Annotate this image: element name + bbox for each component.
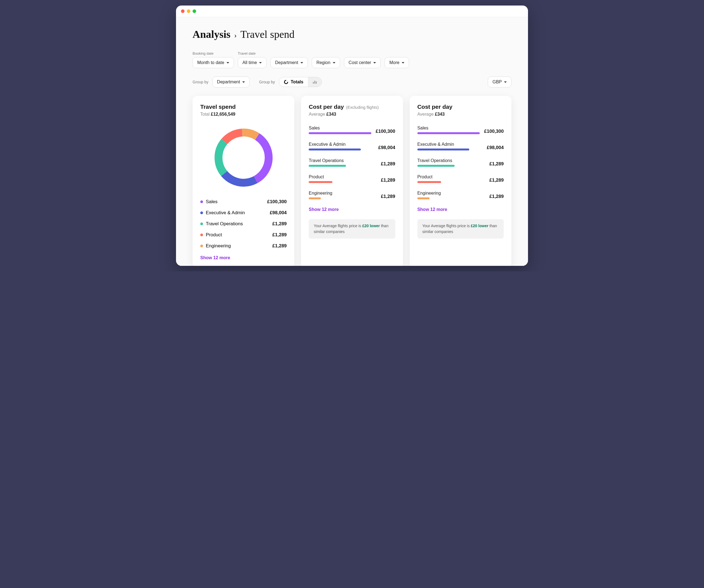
breadcrumb-leaf: Travel spend	[241, 29, 295, 40]
group-by-select[interactable]: Department	[213, 76, 250, 88]
view-totals-label: Totals	[291, 79, 303, 85]
bar-fill	[417, 132, 480, 134]
info-highlight: £20 lower	[362, 224, 380, 228]
cost-center-filter[interactable]: Cost center	[344, 57, 381, 68]
chevron-down-icon	[242, 82, 245, 83]
bar-value: £100,300	[376, 129, 395, 134]
chevron-down-icon	[504, 82, 507, 83]
titlebar	[176, 5, 528, 17]
card-cpd-ex-flights: Cost per day (Excluding flights) Average…	[301, 96, 403, 266]
bar-label: Product	[309, 174, 376, 179]
bar-chart-icon	[312, 79, 317, 85]
benchmark-info: Your Average flights price is £20 lower …	[417, 219, 504, 238]
donut-segment	[219, 132, 269, 183]
bar-label: Executive & Admin	[309, 142, 374, 147]
bar-value: £1,289	[489, 194, 504, 199]
minimize-icon[interactable]	[187, 9, 190, 13]
legend-dot-icon	[200, 201, 203, 203]
card-subtitle: Average £343	[417, 112, 504, 117]
bar-value: £1,289	[489, 177, 504, 183]
app-window: Analysis › Travel spend Booking date Mon…	[176, 5, 528, 266]
card-subtitle: Total £12,656,549	[200, 112, 287, 117]
bars: Sales£100,300Executive & Admin£98,004Tra…	[417, 122, 504, 203]
bar-fill	[309, 197, 321, 199]
legend-value: £98,004	[270, 210, 287, 216]
bar-value: £100,300	[484, 129, 504, 134]
legend-dot-icon	[200, 211, 203, 214]
donut-icon	[284, 79, 289, 85]
view-totals-button[interactable]: Totals	[279, 77, 308, 87]
title-subtext: (Excluding flights)	[346, 105, 379, 110]
breadcrumb-sep-icon: ›	[233, 31, 238, 40]
chevron-down-icon	[373, 62, 376, 63]
controls-row: Group by Department Group by Totals	[192, 76, 512, 88]
avg-value: £343	[435, 112, 445, 116]
donut-svg	[211, 124, 277, 191]
bar-label: Engineering	[309, 191, 376, 196]
card-cpd: Cost per day Average £343 Sales£100,300E…	[410, 96, 512, 266]
filter-travel-date: Travel date All time	[238, 51, 267, 68]
breadcrumb-root[interactable]: Analysis	[192, 29, 230, 40]
legend-label: Product	[206, 232, 222, 238]
region-filter[interactable]: Region	[312, 57, 340, 68]
filter-value: Region	[316, 60, 331, 65]
bar-label: Sales	[417, 125, 480, 130]
legend-row: Executive & Admin£98,004	[200, 207, 287, 218]
bar-fill	[309, 149, 361, 151]
svg-rect-2	[314, 81, 315, 84]
close-icon[interactable]	[181, 9, 185, 13]
legend-value: £1,289	[272, 221, 287, 227]
view-label: Group by	[259, 80, 275, 84]
show-more-link[interactable]: Show 12 more	[309, 207, 339, 212]
legend-row: Product£1,289	[200, 229, 287, 240]
chevron-down-icon	[402, 62, 404, 63]
travel-date-select[interactable]: All time	[238, 57, 267, 68]
bar-fill	[417, 181, 441, 183]
bar-row: Sales£100,300	[309, 122, 395, 138]
bar-label: Travel Operations	[309, 158, 376, 163]
legend-dot-icon	[200, 222, 203, 225]
department-filter[interactable]: Department	[270, 57, 308, 68]
bar-label: Engineering	[417, 191, 485, 196]
avg-label: Average	[309, 112, 325, 116]
legend-label: Travel Operations	[206, 221, 243, 227]
card-subtitle: Average £343	[309, 112, 395, 117]
filter-label: Booking date	[192, 51, 234, 55]
show-more-link[interactable]: Show 12 more	[417, 207, 447, 212]
more-filter[interactable]: More	[385, 57, 409, 68]
donut-chart	[200, 117, 287, 196]
info-text: Your Average flights price is	[314, 224, 362, 228]
bar-value: £1,289	[381, 194, 395, 199]
legend-dot-icon	[200, 245, 203, 247]
content: Analysis › Travel spend Booking date Mon…	[176, 17, 528, 266]
legend-label: Executive & Admin	[206, 210, 245, 216]
bar-value: £1,289	[381, 177, 395, 183]
bar-value: £1,289	[489, 161, 504, 167]
chevron-down-icon	[300, 62, 303, 63]
bar-fill	[417, 149, 470, 151]
bar-label: Travel Operations	[417, 158, 485, 163]
bar-fill	[309, 132, 371, 134]
bar-row: Travel Operations£1,289	[417, 154, 504, 171]
bar-row: Engineering£1,289	[309, 187, 395, 203]
bar-label: Executive & Admin	[417, 142, 482, 147]
chevron-down-icon	[227, 62, 229, 63]
card-title: Cost per day	[417, 104, 504, 110]
bar-label: Product	[417, 174, 485, 179]
bar-row: Engineering£1,289	[417, 187, 504, 203]
show-more-link[interactable]: Show 12 more	[200, 255, 230, 260]
legend-value: £1,289	[272, 232, 287, 238]
bar-value: £98,004	[378, 145, 395, 151]
bar-label: Sales	[309, 125, 371, 130]
maximize-icon[interactable]	[192, 9, 196, 13]
booking-date-select[interactable]: Month to date	[192, 57, 234, 68]
benchmark-info: Your Average flights price is £20 lower …	[309, 219, 395, 238]
currency-select[interactable]: GBP	[488, 76, 512, 88]
filter-value: Month to date	[197, 60, 224, 65]
total-value: £12,656,549	[211, 112, 235, 116]
legend-label: Sales	[206, 199, 218, 205]
bar-value: £98,004	[487, 145, 504, 151]
view-chart-button[interactable]	[308, 77, 321, 87]
legend-row: Engineering£1,289	[200, 240, 287, 252]
legend-value: £1,289	[272, 243, 287, 249]
